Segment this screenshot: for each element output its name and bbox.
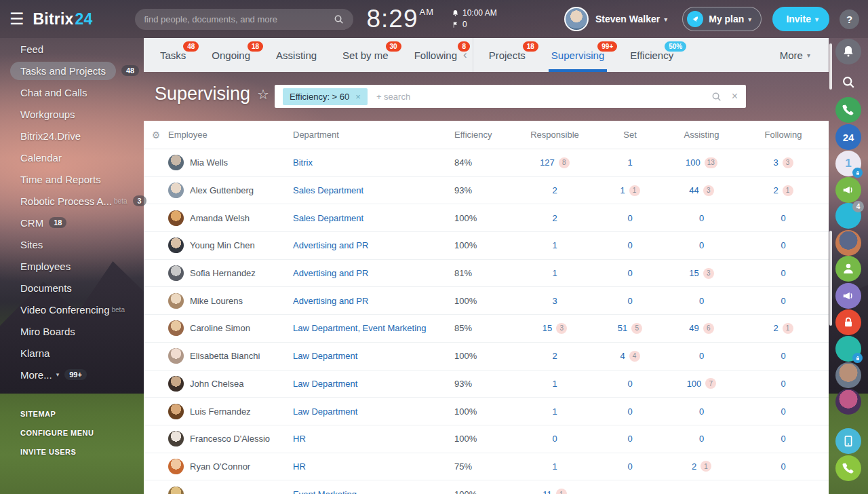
col-employee[interactable]: Employee <box>168 130 293 140</box>
sidebar-item-time-and-reports[interactable]: Time and Reports <box>0 168 144 190</box>
department-link[interactable]: Law Department <box>293 379 454 389</box>
help-button[interactable]: ? <box>840 10 859 29</box>
tab-following[interactable]: Following8 <box>401 38 470 72</box>
task-count-link[interactable]: 0 <box>627 268 632 278</box>
table-settings-gear-icon[interactable]: ⚙ <box>144 130 168 140</box>
task-count-link[interactable]: 11 <box>542 489 552 494</box>
col-efficiency[interactable]: Efficiency <box>454 130 515 140</box>
task-count-link[interactable]: 44 <box>689 185 698 195</box>
task-count-link[interactable]: 100 <box>687 379 702 389</box>
task-count-link[interactable]: 2 <box>692 461 696 472</box>
sidebar-item-miro-boards[interactable]: Miro Boards <box>0 320 144 342</box>
department-link[interactable]: Sales Department <box>293 213 454 223</box>
sidebar-item-more[interactable]: More...▾99+ <box>0 364 144 385</box>
employee-cell[interactable] <box>168 487 293 494</box>
task-count-link[interactable]: 0 <box>627 434 632 444</box>
task-count-link[interactable]: 0 <box>699 296 704 306</box>
app-logo[interactable]: Bitrix24 <box>33 10 93 28</box>
table-row[interactable]: Alex GuttenbergSales Department93%211443… <box>144 177 829 205</box>
task-count-link[interactable]: 0 <box>781 240 785 250</box>
task-count-link[interactable]: 0 <box>781 296 785 306</box>
sidebar-item-klarna[interactable]: Klarna <box>0 342 144 364</box>
sidebar-footer-link-sitemap[interactable]: SITEMAP <box>20 410 94 418</box>
employee-cell[interactable]: Sofia Hernandez <box>168 265 293 281</box>
sidebar-item-tasks-and-projects[interactable]: Tasks and Projects48 <box>0 60 144 81</box>
contact-person-icon[interactable] <box>835 256 861 282</box>
task-count-link[interactable]: 0 <box>699 240 704 250</box>
sidebar-item-calendar[interactable]: Calendar <box>0 147 144 168</box>
chat-avatar[interactable] <box>835 336 861 362</box>
sidebar-item-robotic-process-a[interactable]: Robotic Process A...beta3 <box>0 190 144 212</box>
col-department[interactable]: Department <box>293 130 454 140</box>
task-count-link[interactable]: 3 <box>773 157 778 168</box>
task-count-link[interactable]: 0 <box>781 268 785 278</box>
department-link[interactable]: HR <box>293 461 454 472</box>
table-row[interactable]: Ryan O'ConnorHR75%10210 <box>144 453 829 481</box>
bitrix24-icon[interactable]: 24 <box>835 124 861 150</box>
col-assisting[interactable]: Assisting <box>665 130 738 140</box>
global-search-input[interactable]: find people, documents, and more <box>135 9 353 30</box>
sidebar-item-workgroups[interactable]: Workgroups <box>0 103 144 125</box>
task-count-link[interactable]: 1 <box>627 157 632 168</box>
sidebar-item-chat-and-calls[interactable]: Chat and Calls <box>0 81 144 103</box>
task-count-link[interactable]: 0 <box>781 213 785 223</box>
department-link[interactable]: Advertising and PR <box>293 268 454 278</box>
sidebar-footer-link-invite-users[interactable]: INVITE USERS <box>20 448 94 456</box>
tab-tasks[interactable]: Tasks48 <box>147 38 199 72</box>
sidebar-item-feed[interactable]: Feed <box>0 38 144 60</box>
user-menu[interactable]: Steven Walker ▾ <box>564 7 667 31</box>
tab-assisting[interactable]: Assisting <box>263 38 330 72</box>
table-row[interactable]: Young Min ChenAdvertising and PR100%1000 <box>144 232 829 260</box>
task-count-link[interactable]: 3 <box>552 296 557 306</box>
sidebar-item-employees[interactable]: Employees <box>0 255 144 277</box>
menu-icon[interactable]: ☰ <box>9 11 24 27</box>
reminders[interactable]: 10:00 AM 0 <box>452 7 497 31</box>
department-link[interactable]: Advertising and PR <box>293 240 454 250</box>
task-count-link[interactable]: 2 <box>552 351 557 361</box>
search-icon[interactable] <box>334 14 344 24</box>
task-count-link[interactable]: 0 <box>781 379 785 389</box>
employee-cell[interactable]: Ryan O'Connor <box>168 459 293 474</box>
task-count-link[interactable]: 0 <box>627 240 632 250</box>
my-plan-button[interactable]: My plan ▾ <box>682 7 762 31</box>
task-count-link[interactable]: 15 <box>689 268 698 278</box>
sidebar-footer-link-configure-menu[interactable]: CONFIGURE MENU <box>20 429 94 437</box>
task-count-link[interactable]: 2 <box>552 213 557 223</box>
employee-cell[interactable]: Alex Guttenberg <box>168 183 293 198</box>
task-count-link[interactable]: 1 <box>552 240 557 250</box>
department-link[interactable]: Law Department <box>293 406 454 417</box>
task-count-link[interactable]: 0 <box>781 461 785 472</box>
announcement-megaphone-icon[interactable] <box>835 177 861 203</box>
tab-ongoing[interactable]: Ongoing18 <box>199 38 263 72</box>
task-count-link[interactable]: 15 <box>542 323 552 333</box>
task-count-link[interactable]: 100 <box>686 157 701 168</box>
phone-call-icon[interactable] <box>835 97 861 123</box>
table-row[interactable]: Elisabetta BianchiLaw Department100%2440… <box>144 343 829 370</box>
task-count-link[interactable]: 4 <box>620 351 625 361</box>
task-count-link[interactable]: 0 <box>627 379 632 389</box>
employee-cell[interactable]: Young Min Chen <box>168 238 293 253</box>
task-count-link[interactable]: 0 <box>699 406 704 417</box>
tab-more[interactable]: More▾ <box>767 38 823 72</box>
phone-call-icon[interactable] <box>835 455 861 481</box>
scrollbar[interactable] <box>829 43 832 90</box>
task-count-link[interactable]: 0 <box>627 461 632 472</box>
security-lock-icon[interactable] <box>835 309 861 335</box>
remove-filter-icon[interactable]: × <box>355 92 361 102</box>
task-count-link[interactable]: 0 <box>781 351 785 361</box>
task-count-link[interactable]: 1 <box>552 268 557 278</box>
table-row[interactable]: Sofia HernandezAdvertising and PR81%1015… <box>144 260 829 288</box>
sidebar-item-bitrix24-drive[interactable]: Bitrix24.Drive <box>0 125 144 147</box>
task-count-link[interactable]: 1 <box>620 185 625 195</box>
task-count-link[interactable]: 1 <box>552 379 557 389</box>
filter-search-icon[interactable] <box>711 92 722 102</box>
rail-search-icon[interactable] <box>840 73 857 91</box>
announcement-megaphone-icon[interactable] <box>835 283 861 309</box>
task-count-link[interactable]: 0 <box>699 213 704 223</box>
department-link[interactable]: Bitrix <box>293 157 454 168</box>
task-count-link[interactable]: 0 <box>781 434 785 444</box>
tab-supervising[interactable]: Supervising99+ <box>538 38 617 72</box>
scrollbar[interactable] <box>829 231 832 326</box>
notifications-bell-icon[interactable] <box>835 39 861 64</box>
tab-set-by-me[interactable]: Set by me30 <box>330 38 401 72</box>
